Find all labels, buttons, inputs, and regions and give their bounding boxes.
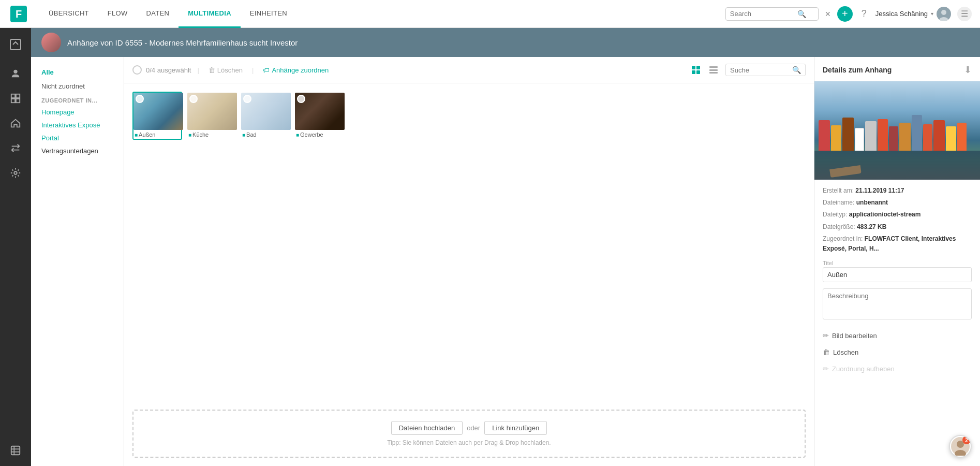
sidebar-item-gear[interactable] <box>3 162 28 184</box>
image-label-icon-aussen: ■ <box>135 132 138 138</box>
image-checkbox-gewerbe[interactable] <box>297 95 305 103</box>
assign-button[interactable]: 🏷 Anhänge zuordnen <box>260 65 332 75</box>
chat-badge: 2 <box>962 436 971 444</box>
image-label-aussen: ■ Außen <box>133 130 181 139</box>
user-menu-chevron-icon: ▾ <box>931 11 933 17</box>
chat-bubble[interactable]: 2 <box>949 435 972 458</box>
tag-icon: 🏷 <box>263 66 270 74</box>
svg-rect-12 <box>11 446 20 455</box>
detail-filename: Dateiname: unbenannt <box>823 198 972 208</box>
svg-rect-20 <box>709 66 718 68</box>
sidebar-item-swap[interactable] <box>3 137 28 159</box>
svg-rect-16 <box>692 66 695 69</box>
nav-links: ÜBERSICHT FLOW DATEN MULTIMEDIA EINHEITE… <box>39 0 725 28</box>
page-title: Anhänge von ID 6555 - Modernes Mehrfamil… <box>67 38 298 47</box>
detail-filetype-label: Dateityp: <box>823 211 847 218</box>
image-card-aussen[interactable]: ■ Außen <box>132 92 182 140</box>
icon-sidebar <box>0 28 31 466</box>
help-button[interactable]: ? <box>857 7 871 21</box>
upload-tip-text: Tipp: Sie können Dateien auch per Drag &… <box>144 439 794 446</box>
header-thumbnail <box>41 33 61 52</box>
detail-assigned-label: Zugeordnet in: <box>823 235 863 242</box>
sidebar-item-person[interactable] <box>3 62 28 85</box>
select-all-checkbox[interactable] <box>132 65 142 75</box>
nav-daten[interactable]: DATEN <box>137 0 179 28</box>
description-field <box>823 288 972 321</box>
action-edit[interactable]: ✏ Bild bearbeiten <box>814 327 980 344</box>
filter-all[interactable]: Alle <box>31 65 124 79</box>
content-area: Anhänge von ID 6555 - Modernes Mehrfamil… <box>31 28 980 466</box>
image-checkbox-kuche[interactable] <box>189 95 198 103</box>
image-label-kuche: ■ Küche <box>187 130 235 139</box>
sidebar-item-grid[interactable] <box>3 87 28 110</box>
image-search-input[interactable] <box>730 66 792 74</box>
detail-filetype: Dateityp: application/octet-stream <box>823 210 972 220</box>
image-label-text-bad: Bad <box>246 132 257 138</box>
image-label-icon-bad: ■ <box>242 132 245 138</box>
image-label-text-aussen: Außen <box>139 132 155 138</box>
unassign-icon: ✏ <box>823 365 829 373</box>
filter-vertragsunterlagen[interactable]: Vertragsunterlagen <box>31 144 124 157</box>
detail-filename-value: unbenannt <box>856 199 888 206</box>
list-view-button[interactable] <box>706 62 721 78</box>
image-label-icon-gewerbe: ■ <box>296 132 299 138</box>
detail-body: Erstellt am: 21.11.2019 11:17 Dateiname:… <box>814 180 980 327</box>
sidebar-item-logo[interactable] <box>3 33 28 56</box>
title-input[interactable] <box>823 267 972 282</box>
action-unassign[interactable]: ✏ Zuordnung aufheben <box>814 360 980 377</box>
toolbar-separator-1: | <box>197 66 199 74</box>
user-menu[interactable]: Jessica Schäning ▾ <box>875 7 951 21</box>
page-header: Anhänge von ID 6555 - Modernes Mehrfamil… <box>31 28 980 57</box>
top-nav-right: 🔍 ✕ + ? Jessica Schäning ▾ ☰ <box>725 6 972 22</box>
filter-portal[interactable]: Portal <box>31 132 124 144</box>
sidebar-toggle[interactable]: ☰ <box>957 7 972 21</box>
title-field: Titel <box>823 260 972 282</box>
add-link-button[interactable]: Link hinzufügen <box>484 421 547 435</box>
svg-rect-19 <box>696 70 700 74</box>
upload-files-button[interactable]: Dateien hochladen <box>391 421 463 435</box>
image-label-gewerbe: ■ Gewerbe <box>295 130 343 139</box>
detail-assigned: Zugeordnet in: FLOWFACT Client, Interakt… <box>823 234 972 254</box>
sidebar-item-table[interactable] <box>3 443 28 466</box>
description-textarea[interactable] <box>823 288 972 319</box>
image-card-bad[interactable]: ■ Bad <box>240 92 290 140</box>
upload-zone: Dateien hochladen oder Link hinzufügen T… <box>132 410 806 458</box>
nav-einheiten[interactable]: EINHEITEN <box>241 0 296 28</box>
image-checkbox-bad[interactable] <box>243 95 251 103</box>
action-unassign-label: Zuordnung aufheben <box>832 365 895 373</box>
toolbar: 0/4 ausgewählt | 🗑 Löschen | 🏷 Anhänge z… <box>124 57 814 83</box>
nav-multimedia[interactable]: MULTIMEDIA <box>179 0 241 28</box>
upload-or-label: oder <box>467 424 480 432</box>
detail-created-label: Erstellt am: <box>823 187 854 194</box>
filter-homepage[interactable]: Homepage <box>31 106 124 119</box>
nav-flow[interactable]: FLOW <box>98 0 137 28</box>
user-avatar <box>937 7 951 21</box>
main-layout: Anhänge von ID 6555 - Modernes Mehrfamil… <box>0 28 980 466</box>
center-panel: 0/4 ausgewählt | 🗑 Löschen | 🏷 Anhänge z… <box>124 57 814 466</box>
assign-label: Anhänge zuordnen <box>272 66 329 74</box>
global-search-input[interactable] <box>730 10 797 18</box>
image-search-box: 🔍 <box>725 64 806 76</box>
app-logo[interactable]: F <box>8 4 29 24</box>
search-clear-icon[interactable]: ✕ <box>823 10 833 18</box>
filter-not-assigned[interactable]: Nicht zuordnet <box>31 79 124 93</box>
image-label-icon-kuche: ■ <box>188 132 191 138</box>
global-search-icon[interactable]: 🔍 <box>797 10 806 18</box>
filter-interaktives[interactable]: Interaktives Exposé <box>31 119 124 132</box>
add-button[interactable]: + <box>837 6 853 22</box>
sidebar-item-home[interactable] <box>3 112 28 135</box>
toolbar-separator-2: | <box>252 66 254 74</box>
svg-point-6 <box>13 70 17 74</box>
search-inline-icon[interactable]: 🔍 <box>792 66 801 74</box>
grid-view-button[interactable] <box>688 62 704 78</box>
delete-button[interactable]: 🗑 Löschen <box>205 65 246 75</box>
nav-ubersicht[interactable]: ÜBERSICHT <box>39 0 98 28</box>
preview-image <box>814 81 980 180</box>
detail-filetype-value: application/octet-stream <box>849 211 921 218</box>
image-card-gewerbe[interactable]: ■ Gewerbe <box>294 92 344 140</box>
right-panel-title: Details zum Anhang <box>823 66 892 74</box>
download-icon[interactable]: ⬇ <box>964 64 972 76</box>
image-card-kuche[interactable]: ■ Küche <box>186 92 236 140</box>
image-checkbox-aussen[interactable] <box>136 95 144 103</box>
action-delete[interactable]: 🗑 Löschen <box>814 344 980 360</box>
